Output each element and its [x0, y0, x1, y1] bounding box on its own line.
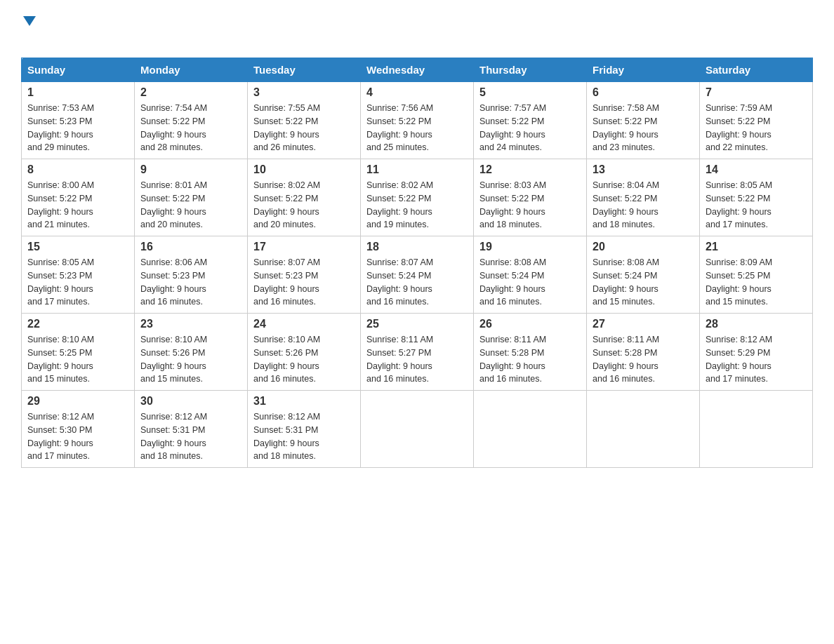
page-header: [21, 14, 813, 43]
day-info: Sunrise: 8:03 AMSunset: 5:22 PMDaylight:…: [479, 180, 546, 229]
calendar-week-row: 15Sunrise: 8:05 AMSunset: 5:23 PMDayligh…: [22, 236, 813, 314]
day-info: Sunrise: 7:56 AMSunset: 5:22 PMDaylight:…: [366, 103, 433, 152]
day-info: Sunrise: 8:05 AMSunset: 5:23 PMDaylight:…: [27, 257, 94, 307]
calendar-cell: 14Sunrise: 8:05 AMSunset: 5:22 PMDayligh…: [700, 159, 813, 236]
day-info: Sunrise: 8:01 AMSunset: 5:22 PMDaylight:…: [140, 180, 207, 229]
day-info: Sunrise: 8:12 AMSunset: 5:29 PMDaylight:…: [706, 335, 772, 384]
col-header-wednesday: Wednesday: [361, 58, 474, 82]
calendar-cell: 21Sunrise: 8:09 AMSunset: 5:25 PMDayligh…: [700, 236, 813, 314]
calendar-week-row: 22Sunrise: 8:10 AMSunset: 5:25 PMDayligh…: [22, 314, 813, 391]
calendar-cell: 20Sunrise: 8:08 AMSunset: 5:24 PMDayligh…: [587, 236, 700, 314]
calendar-cell: 1Sunrise: 7:53 AMSunset: 5:23 PMDaylight…: [22, 82, 135, 159]
calendar-cell: 10Sunrise: 8:02 AMSunset: 5:22 PMDayligh…: [248, 159, 361, 236]
calendar-cell: 19Sunrise: 8:08 AMSunset: 5:24 PMDayligh…: [474, 236, 587, 314]
calendar-cell: 7Sunrise: 7:59 AMSunset: 5:22 PMDaylight…: [700, 82, 813, 159]
day-info: Sunrise: 7:59 AMSunset: 5:22 PMDaylight:…: [706, 103, 772, 152]
day-number: 27: [593, 318, 694, 330]
day-info: Sunrise: 8:02 AMSunset: 5:22 PMDaylight:…: [253, 180, 320, 229]
col-header-saturday: Saturday: [700, 58, 813, 82]
calendar-cell: 31Sunrise: 8:12 AMSunset: 5:31 PMDayligh…: [248, 391, 361, 468]
calendar-cell: 18Sunrise: 8:07 AMSunset: 5:24 PMDayligh…: [361, 236, 474, 314]
day-info: Sunrise: 7:54 AMSunset: 5:22 PMDaylight:…: [140, 103, 207, 152]
day-info: Sunrise: 8:08 AMSunset: 5:24 PMDaylight:…: [479, 257, 546, 307]
day-info: Sunrise: 7:58 AMSunset: 5:22 PMDaylight:…: [593, 103, 659, 152]
calendar-cell: 9Sunrise: 8:01 AMSunset: 5:22 PMDaylight…: [135, 159, 248, 236]
day-info: Sunrise: 8:08 AMSunset: 5:24 PMDaylight:…: [593, 257, 659, 307]
day-number: 12: [479, 163, 581, 176]
day-info: Sunrise: 8:10 AMSunset: 5:25 PMDaylight:…: [27, 335, 94, 384]
day-info: Sunrise: 8:10 AMSunset: 5:26 PMDaylight:…: [140, 335, 207, 384]
calendar-cell: [700, 391, 813, 468]
calendar-cell: 23Sunrise: 8:10 AMSunset: 5:26 PMDayligh…: [135, 314, 248, 391]
col-header-monday: Monday: [135, 58, 248, 82]
calendar-cell: 6Sunrise: 7:58 AMSunset: 5:22 PMDaylight…: [587, 82, 700, 159]
day-number: 24: [253, 318, 355, 330]
col-header-thursday: Thursday: [474, 58, 587, 82]
day-info: Sunrise: 8:07 AMSunset: 5:24 PMDaylight:…: [366, 257, 433, 307]
day-number: 9: [140, 163, 241, 176]
day-number: 25: [366, 318, 468, 330]
day-number: 10: [253, 163, 355, 176]
day-number: 23: [140, 318, 241, 330]
calendar-cell: 22Sunrise: 8:10 AMSunset: 5:25 PMDayligh…: [22, 314, 135, 391]
day-number: 3: [253, 86, 355, 99]
day-number: 8: [27, 163, 128, 176]
calendar-cell: 30Sunrise: 8:12 AMSunset: 5:31 PMDayligh…: [135, 391, 248, 468]
day-info: Sunrise: 8:11 AMSunset: 5:28 PMDaylight:…: [479, 335, 546, 384]
day-number: 7: [706, 86, 807, 99]
calendar-cell: [361, 391, 474, 468]
day-info: Sunrise: 8:05 AMSunset: 5:22 PMDaylight:…: [706, 180, 772, 229]
calendar-cell: 27Sunrise: 8:11 AMSunset: 5:28 PMDayligh…: [587, 314, 700, 391]
day-info: Sunrise: 8:12 AMSunset: 5:31 PMDaylight:…: [140, 412, 207, 461]
day-number: 22: [27, 318, 128, 330]
day-number: 18: [366, 241, 468, 253]
calendar-table: SundayMondayTuesdayWednesdayThursdayFrid…: [21, 58, 813, 468]
calendar-cell: 3Sunrise: 7:55 AMSunset: 5:22 PMDaylight…: [248, 82, 361, 159]
calendar-cell: 15Sunrise: 8:05 AMSunset: 5:23 PMDayligh…: [22, 236, 135, 314]
calendar-cell: 17Sunrise: 8:07 AMSunset: 5:23 PMDayligh…: [248, 236, 361, 314]
calendar-cell: 12Sunrise: 8:03 AMSunset: 5:22 PMDayligh…: [474, 159, 587, 236]
day-number: 1: [27, 86, 128, 99]
day-info: Sunrise: 8:09 AMSunset: 5:25 PMDaylight:…: [706, 257, 772, 307]
calendar-cell: 2Sunrise: 7:54 AMSunset: 5:22 PMDaylight…: [135, 82, 248, 159]
day-number: 11: [366, 163, 468, 176]
day-number: 5: [479, 86, 581, 99]
logo-triangle-icon: [23, 16, 36, 26]
day-info: Sunrise: 7:57 AMSunset: 5:22 PMDaylight:…: [479, 103, 546, 152]
day-number: 13: [593, 163, 694, 176]
day-info: Sunrise: 8:12 AMSunset: 5:30 PMDaylight:…: [27, 412, 94, 461]
calendar-cell: 4Sunrise: 7:56 AMSunset: 5:22 PMDaylight…: [361, 82, 474, 159]
day-info: Sunrise: 8:07 AMSunset: 5:23 PMDaylight:…: [253, 257, 320, 307]
col-header-friday: Friday: [587, 58, 700, 82]
col-header-sunday: Sunday: [22, 58, 135, 82]
calendar-cell: [587, 391, 700, 468]
calendar-header-row: SundayMondayTuesdayWednesdayThursdayFrid…: [22, 58, 813, 82]
day-number: 26: [479, 318, 581, 330]
calendar-cell: 26Sunrise: 8:11 AMSunset: 5:28 PMDayligh…: [474, 314, 587, 391]
calendar-cell: [474, 391, 587, 468]
day-info: Sunrise: 8:02 AMSunset: 5:22 PMDaylight:…: [366, 180, 433, 229]
day-number: 30: [140, 395, 241, 408]
day-number: 16: [140, 241, 241, 253]
day-number: 17: [253, 241, 355, 253]
calendar-cell: 24Sunrise: 8:10 AMSunset: 5:26 PMDayligh…: [248, 314, 361, 391]
calendar-cell: 28Sunrise: 8:12 AMSunset: 5:29 PMDayligh…: [700, 314, 813, 391]
calendar-week-row: 8Sunrise: 8:00 AMSunset: 5:22 PMDaylight…: [22, 159, 813, 236]
day-info: Sunrise: 8:00 AMSunset: 5:22 PMDaylight:…: [27, 180, 94, 229]
day-number: 21: [706, 241, 807, 253]
day-number: 15: [27, 241, 128, 253]
day-info: Sunrise: 7:55 AMSunset: 5:22 PMDaylight:…: [253, 103, 320, 152]
calendar-cell: 8Sunrise: 8:00 AMSunset: 5:22 PMDaylight…: [22, 159, 135, 236]
day-info: Sunrise: 8:04 AMSunset: 5:22 PMDaylight:…: [593, 180, 659, 229]
day-info: Sunrise: 8:10 AMSunset: 5:26 PMDaylight:…: [253, 335, 320, 384]
day-info: Sunrise: 7:53 AMSunset: 5:23 PMDaylight:…: [27, 103, 94, 152]
day-number: 6: [593, 86, 694, 99]
day-info: Sunrise: 8:12 AMSunset: 5:31 PMDaylight:…: [253, 412, 320, 461]
day-number: 4: [366, 86, 468, 99]
calendar-cell: 25Sunrise: 8:11 AMSunset: 5:27 PMDayligh…: [361, 314, 474, 391]
calendar-week-row: 29Sunrise: 8:12 AMSunset: 5:30 PMDayligh…: [22, 391, 813, 468]
calendar-cell: 13Sunrise: 8:04 AMSunset: 5:22 PMDayligh…: [587, 159, 700, 236]
calendar-cell: 16Sunrise: 8:06 AMSunset: 5:23 PMDayligh…: [135, 236, 248, 314]
day-number: 20: [593, 241, 694, 253]
day-number: 19: [479, 241, 581, 253]
